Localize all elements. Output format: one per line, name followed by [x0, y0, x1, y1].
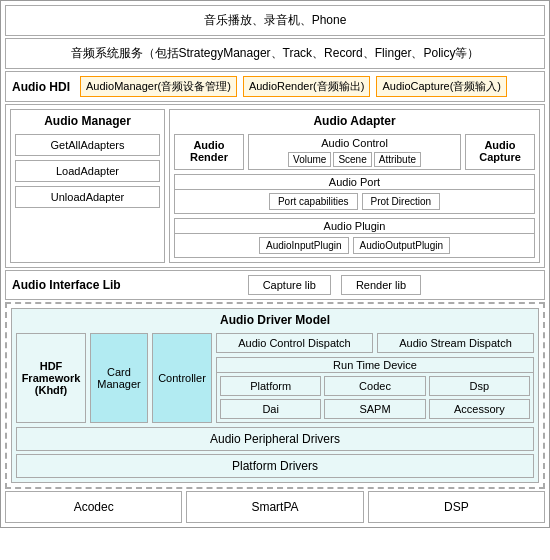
audio-control-title: Audio Control	[251, 137, 458, 149]
platform-drivers-bar: Platform Drivers	[16, 454, 534, 478]
bottom-item-1: SmartPA	[186, 491, 363, 523]
iface-lib-row: Audio Interface Lib Capture lib Render l…	[5, 270, 545, 300]
dispatch-runtime-box: Audio Control Dispatch Audio Stream Disp…	[216, 333, 534, 423]
audio-adapter-title: Audio Adapter	[174, 114, 535, 128]
iface-item-1: Render lib	[341, 275, 421, 295]
audio-plugin-box: Audio Plugin AudioInputPlugin AudioOutpu…	[174, 218, 535, 258]
hdf-box: HDFFramework(Khdf)	[16, 333, 86, 423]
iface-item-0: Capture lib	[248, 275, 331, 295]
mid-section: Audio Manager GetAllAdapters LoadAdapter…	[5, 104, 545, 268]
audio-control-box: Audio Control Volume Scene Attribute	[248, 134, 461, 170]
dispatch-item-stream: Audio Stream Dispatch	[377, 333, 534, 353]
hdf-label: HDFFramework(Khdf)	[22, 360, 81, 396]
adapter-capture: AudioCapture	[465, 134, 535, 170]
music-bar: 音乐播放、录音机、Phone	[5, 5, 545, 36]
main-container: 音乐播放、录音机、Phone 音频系统服务（包括StrategyManager、…	[0, 0, 550, 528]
port-item-1: Prot Direction	[362, 193, 441, 210]
card-manager-label: CardManager	[97, 366, 140, 390]
card-manager-box: CardManager	[90, 333, 148, 423]
runtime-item-3: Dai	[220, 399, 321, 419]
ctrl-badge-scene: Scene	[333, 152, 371, 167]
port-item-0: Port capabilities	[269, 193, 358, 210]
driver-inner: Audio Driver Model HDFFramework(Khdf) Ca…	[11, 308, 539, 483]
adapter-top: AudioRender Audio Control Volume Scene A…	[174, 134, 535, 170]
services-bar: 音频系统服务（包括StrategyManager、Track、Record、Fl…	[5, 38, 545, 69]
control-badges: Volume Scene Attribute	[251, 152, 458, 167]
dispatch-item-control: Audio Control Dispatch	[216, 333, 373, 353]
audio-plugin-title: Audio Plugin	[175, 219, 534, 234]
runtime-item-1: Codec	[324, 376, 425, 396]
driver-model-title: Audio Driver Model	[16, 313, 534, 327]
runtime-item-2: Dsp	[429, 376, 530, 396]
runtime-item-4: SAPM	[324, 399, 425, 419]
peripheral-bar: Audio Peripheral Drivers	[16, 427, 534, 451]
audio-port-box: Audio Port Port capabilities Prot Direct…	[174, 174, 535, 214]
hdi-label: Audio HDI	[12, 80, 70, 94]
hdi-badge-capture: AudioCapture(音频输入)	[376, 76, 507, 97]
ctrl-badge-attribute: Attribute	[374, 152, 421, 167]
driver-section: Audio Driver Model HDFFramework(Khdf) Ca…	[5, 302, 545, 489]
port-items: Port capabilities Prot Direction	[175, 190, 534, 213]
plugin-item-0: AudioInputPlugin	[259, 237, 349, 254]
runtime-item-0: Platform	[220, 376, 321, 396]
hdi-badge-manager: AudioManager(音频设备管理)	[80, 76, 237, 97]
hdi-badge-render: AudioRender(音频输出)	[243, 76, 371, 97]
bottom-item-0: Acodec	[5, 491, 182, 523]
driver-top-row: HDFFramework(Khdf) CardManager Controlle…	[16, 333, 534, 423]
audio-manager-box: Audio Manager GetAllAdapters LoadAdapter…	[10, 109, 165, 263]
audio-port-title: Audio Port	[175, 175, 534, 190]
runtime-grid: Platform Codec Dsp Dai SAPM Accessory	[217, 373, 533, 422]
plugin-items: AudioInputPlugin AudioOutputPlugin	[175, 234, 534, 257]
hdi-row: Audio HDI AudioManager(音频设备管理) AudioRend…	[5, 71, 545, 102]
runtime-title: Run Time Device	[217, 358, 533, 373]
audio-adapter-box: Audio Adapter AudioRender Audio Control …	[169, 109, 540, 263]
iface-items: Capture lib Render lib	[131, 275, 538, 295]
dispatch-row: Audio Control Dispatch Audio Stream Disp…	[216, 333, 534, 353]
ctrl-badge-volume: Volume	[288, 152, 331, 167]
music-label: 音乐播放、录音机、Phone	[204, 13, 347, 27]
runtime-box: Run Time Device Platform Codec Dsp Dai S…	[216, 357, 534, 423]
bottom-item-2: DSP	[368, 491, 545, 523]
services-label: 音频系统服务（包括StrategyManager、Track、Record、Fl…	[71, 46, 480, 60]
manager-item-2: UnloadAdapter	[15, 186, 160, 208]
plugin-item-1: AudioOutputPlugin	[353, 237, 450, 254]
runtime-item-5: Accessory	[429, 399, 530, 419]
audio-manager-title: Audio Manager	[15, 114, 160, 128]
manager-item-0: GetAllAdapters	[15, 134, 160, 156]
manager-item-1: LoadAdapter	[15, 160, 160, 182]
bottom-row: Acodec SmartPA DSP	[5, 491, 545, 523]
iface-lib-label: Audio Interface Lib	[12, 278, 121, 292]
controller-box: Controller	[152, 333, 212, 423]
controller-label: Controller	[158, 372, 206, 384]
adapter-render: AudioRender	[174, 134, 244, 170]
